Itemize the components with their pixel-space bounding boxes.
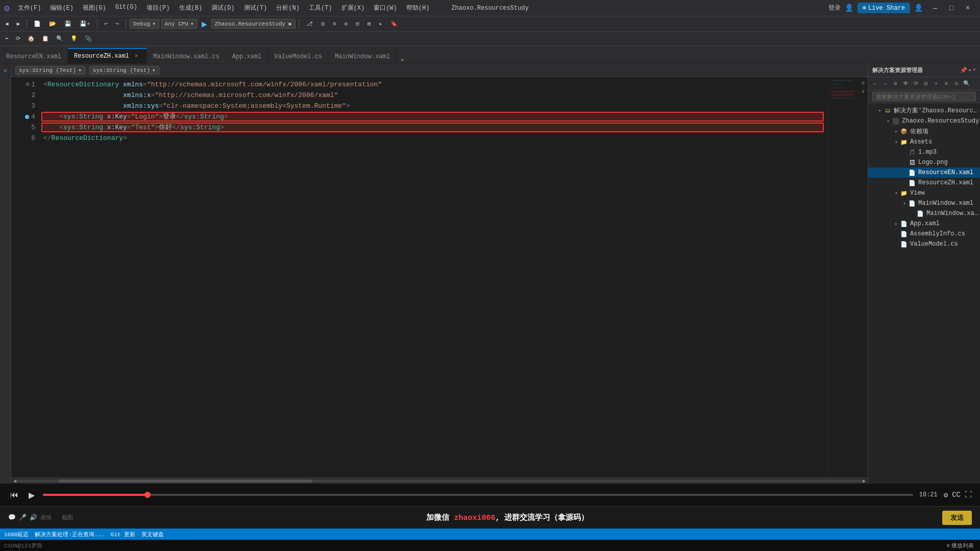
tab-mainwindow-xaml[interactable]: MainWindow.xaml (329, 49, 397, 63)
open-file-button[interactable]: 📂 (46, 19, 59, 28)
menu-test[interactable]: 测试(T) (240, 3, 272, 13)
editor-scrollbar[interactable]: ◀ ▶ (11, 477, 868, 484)
maximize-button[interactable]: □ (943, 2, 960, 14)
sec-btn-5[interactable]: 🔍 (53, 34, 66, 43)
save-all-button[interactable]: 💾+ (77, 19, 93, 28)
sec-btn-6[interactable]: 💡 (67, 34, 81, 43)
menu-build[interactable]: 生成(B) (175, 3, 207, 13)
menu-window[interactable]: 窗口(W) (370, 3, 401, 13)
close-button[interactable]: × (960, 2, 976, 14)
toolbar-bookmark[interactable]: 🔖 (387, 19, 401, 28)
video-play-button[interactable]: ▶ (27, 488, 37, 502)
tree-mainwindow-cs[interactable]: 📄 MainWindow.xaml.cs (868, 208, 980, 219)
menu-extensions[interactable]: 扩展(X) (337, 3, 369, 13)
sol-pending[interactable]: ⊙ (952, 79, 961, 88)
fullscreen-icon[interactable]: ⛶ (965, 491, 972, 499)
toolbar-more-2[interactable]: ≡ (330, 20, 339, 28)
settings-icon[interactable]: ⚙ (944, 491, 948, 499)
toolbar-more-5[interactable]: ⊞ (364, 19, 374, 28)
menu-tools[interactable]: 工具(T) (305, 3, 336, 13)
sol-properties[interactable]: ⚙ (891, 79, 900, 88)
sec-btn-3[interactable]: 🏠 (24, 34, 38, 43)
menu-file[interactable]: 文件(F) (14, 3, 45, 13)
menu-analyze[interactable]: 分析(N) (272, 3, 304, 13)
sec-btn-4[interactable]: 📋 (39, 34, 52, 43)
minimize-button[interactable]: — (927, 2, 943, 14)
project-root[interactable]: ▾ ⬛ Zhaoxo.ResourcesStudy (868, 116, 980, 126)
menu-git[interactable]: Git(G) (111, 3, 141, 13)
tree-assets[interactable]: ▾ 📁 Assets (868, 137, 980, 147)
solution-root[interactable]: ▸ 🗂 解决方案'Zhaoxo.ResourcesStudy'(1个项目) (868, 105, 980, 116)
toolbar-more-6[interactable]: ▸ (376, 19, 386, 28)
sec-btn-2[interactable]: ⟳ (13, 34, 23, 43)
tree-dependencies[interactable]: ▸ 📦 依赖项 (868, 126, 980, 137)
properties-icon[interactable]: ≡ (860, 88, 867, 95)
sol-new-file[interactable]: + (932, 79, 941, 88)
back-button[interactable]: ◀ (2, 19, 12, 28)
tree-resource-zh[interactable]: 📄 ResourceZH.xaml (868, 178, 980, 188)
debug-mode-dropdown[interactable]: Debug ▾ (130, 19, 159, 29)
tree-view-folder[interactable]: ▾ 📁 View (868, 188, 980, 198)
close-panel-button[interactable]: × (972, 67, 976, 74)
sol-show-all[interactable]: 👁 (901, 79, 910, 88)
toolbar-more-4[interactable]: ⊟ (353, 19, 362, 28)
toolbar-more-1[interactable]: ⊡ (318, 19, 328, 28)
tab-resource-zh-close[interactable]: × (132, 52, 140, 60)
tab-resource-en[interactable]: ResourceEN.xaml (0, 49, 68, 63)
menu-view[interactable]: 视图(G) (79, 3, 110, 13)
tree-mainwindow-xaml[interactable]: ▾ 📄 MainWindow.xaml (868, 198, 980, 208)
tab-valuemodel[interactable]: ValueModel.cs (268, 49, 329, 63)
tree-app-xaml[interactable]: ▸ 📄 App.xaml (868, 219, 980, 229)
menu-help[interactable]: 帮助(H) (402, 3, 434, 13)
tree-resource-en[interactable]: 📄 ResourceEN.xaml (868, 167, 980, 178)
video-progress-bar[interactable] (43, 494, 913, 496)
send-button[interactable]: 发送 (942, 511, 972, 525)
tree-assembly-info[interactable]: 📄 AssemblyInfo.cs (868, 229, 980, 239)
sol-refresh[interactable]: ⟳ (911, 79, 920, 88)
git-button[interactable]: ⎇ (303, 19, 316, 28)
video-prev-button[interactable]: ⏮ (8, 488, 20, 501)
user-login[interactable]: 登录 (828, 4, 841, 12)
collapse-1[interactable]: ⊟ (26, 79, 29, 90)
tree-logo[interactable]: 🖼 Logo.png (868, 157, 980, 167)
sec-btn-7[interactable]: 📎 (82, 34, 95, 43)
project-dropdown[interactable]: Zhaoxo.ResourcesStudy ▶ (211, 19, 296, 29)
cpu-dropdown[interactable]: Any CPU ▾ (161, 19, 198, 29)
scrollbar-track[interactable] (16, 480, 863, 483)
type-dropdown[interactable]: sys:String (Test) ▾ (15, 66, 85, 75)
menu-debug[interactable]: 调试(D) (207, 3, 239, 13)
tab-app-xaml[interactable]: App.xaml (226, 49, 268, 63)
cc-icon[interactable]: CC (952, 491, 961, 499)
save-button[interactable]: 💾 (61, 19, 75, 28)
sec-btn-1[interactable]: ⬅ (2, 34, 12, 43)
sol-search-icon-btn[interactable]: 🔍 (962, 79, 971, 88)
sidebar-collapse-icon[interactable]: ⊟ (1, 66, 10, 75)
member-dropdown[interactable]: sys:String (Test) ▾ (89, 66, 159, 75)
undo-button[interactable]: ↩ (101, 19, 111, 28)
sol-filter[interactable]: ≡ (942, 79, 951, 88)
toolbar-more-3[interactable]: ⊙ (341, 19, 351, 28)
start-debug-button[interactable]: ▶ (200, 19, 209, 29)
code-editor[interactable]: ⊟ 1 2 3 4 5 6 (11, 77, 868, 477)
playlist-button[interactable]: ≡ 播放列表 (945, 540, 976, 552)
sol-back[interactable]: ← (870, 79, 879, 88)
redo-button[interactable]: ↪ (112, 19, 122, 28)
scroll-right-arrow[interactable]: ▶ (863, 478, 866, 484)
header-dropdown[interactable]: ▾ (968, 67, 972, 74)
tree-1mp3[interactable]: 🎵 1.mp3 (868, 147, 980, 157)
new-file-button[interactable]: 📄 (31, 19, 44, 28)
forward-button[interactable]: ▶ (14, 19, 23, 28)
tab-mainwindow-cs[interactable]: MainWindow.xaml.cs (147, 49, 226, 63)
solution-search-input[interactable] (872, 92, 976, 101)
user-profile-icon[interactable]: 👤 (914, 4, 923, 12)
code-lines[interactable]: <ResourceDictionary xmlns = "http://sche… (39, 77, 828, 477)
menu-edit[interactable]: 编辑(E) (46, 3, 78, 13)
tab-resource-zh[interactable]: ResourceZH.xaml × (68, 48, 147, 63)
sol-exp-toggle[interactable]: ⊡ (860, 79, 867, 86)
pin-button[interactable]: 📌 (960, 67, 967, 74)
scrollbar-thumb[interactable] (59, 480, 312, 483)
sol-collapse[interactable]: ⊟ (921, 79, 930, 88)
sol-forward[interactable]: → (880, 79, 890, 88)
tab-dropdown-arrow[interactable]: ▾ (401, 57, 404, 63)
tree-valuemodel[interactable]: 📄 ValueModel.cs (868, 239, 980, 249)
